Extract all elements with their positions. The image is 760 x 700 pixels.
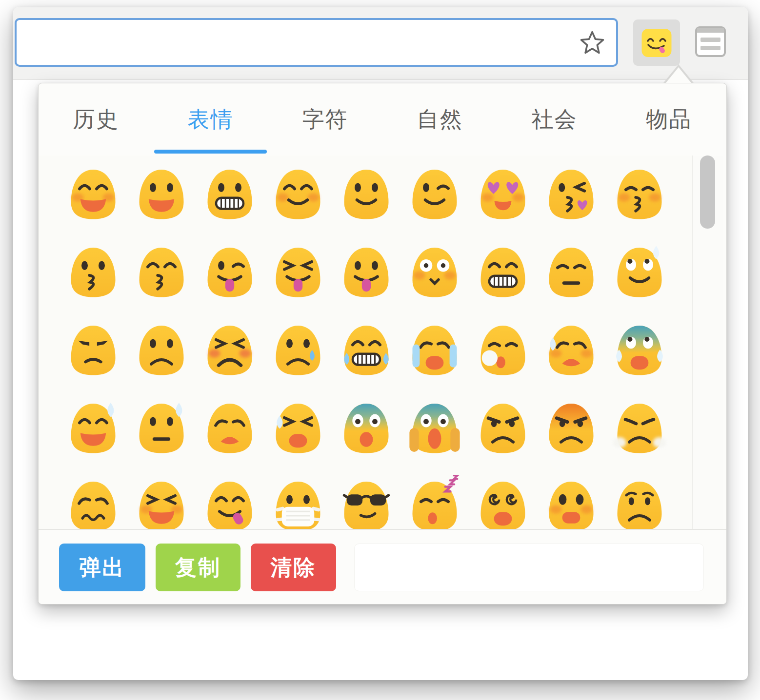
emoji-squinting-face-tongue[interactable] <box>264 237 332 315</box>
menu-icon-bar <box>697 28 724 33</box>
emoji-pouting-face[interactable] <box>537 393 605 471</box>
emoji-sleeping-face[interactable] <box>400 471 469 534</box>
emoji-grinning-face[interactable] <box>196 159 264 237</box>
emoji-kissing-face-smiling-eyes[interactable] <box>127 237 196 315</box>
emoji-output-field[interactable] <box>354 544 704 591</box>
emoji-downcast-face-sweat[interactable] <box>127 393 196 471</box>
emoji-flushed-face[interactable] <box>400 237 469 315</box>
emoji-screaming-face[interactable] <box>400 393 469 471</box>
emoji-smiling-face-sunglasses[interactable] <box>332 471 400 534</box>
emoji-heart-eyes-face[interactable] <box>469 159 537 237</box>
emoji-confounded-face[interactable] <box>59 471 127 534</box>
emoji-kissing-face[interactable] <box>59 237 127 315</box>
emoji-extension-icon <box>642 29 672 57</box>
emoji-beaming-face[interactable] <box>469 237 537 315</box>
tab-emoticons[interactable]: 表情 <box>153 83 268 156</box>
address-bar[interactable] <box>15 18 618 67</box>
emoji-winking-face[interactable] <box>400 159 469 237</box>
emoji-angry-face[interactable] <box>469 393 537 471</box>
emoji-face-tears-of-joy[interactable] <box>332 315 400 393</box>
emoji-loudly-crying-face[interactable] <box>400 315 469 393</box>
emoji-crying-face[interactable] <box>264 315 332 393</box>
emoji-winking-face-tongue[interactable] <box>196 237 264 315</box>
emoji-relieved-face[interactable] <box>605 237 674 315</box>
tab-society[interactable]: 社会 <box>497 83 612 156</box>
emoji-face-blowing-kiss[interactable] <box>537 159 605 237</box>
emoji-face-with-mask[interactable] <box>264 471 332 534</box>
popout-button[interactable]: 弹出 <box>59 544 145 591</box>
browser-toolbar <box>13 7 748 80</box>
emoji-worried-face[interactable] <box>605 471 674 534</box>
emoji-smiling-face-open-mouth[interactable] <box>127 159 196 237</box>
emoji-grinning-squinting-face[interactable] <box>127 471 196 534</box>
emoji-disappointed-relieved-face[interactable] <box>537 315 605 393</box>
emoji-weary-face[interactable] <box>196 393 264 471</box>
emoji-smiling-face-open-mouth-smiling-eyes[interactable] <box>59 159 127 237</box>
scrollbar-thumb[interactable] <box>700 156 715 229</box>
menu-icon-bar <box>700 38 720 42</box>
category-tabbar: 历史 表情 字符 自然 社会 物品 <box>39 83 726 156</box>
screenshot-root: 历史 表情 字符 自然 社会 物品 弹出 复制 清除 <box>0 0 760 700</box>
popup-arrow-fill <box>666 67 691 83</box>
emoji-grid <box>39 156 718 534</box>
copy-button[interactable]: 复制 <box>156 544 240 591</box>
tab-history[interactable]: 历史 <box>39 83 153 156</box>
emoji-sleepy-face[interactable] <box>469 315 537 393</box>
emoji-disappointed-face[interactable] <box>127 315 196 393</box>
tab-characters[interactable]: 字符 <box>268 83 382 156</box>
emoji-grinning-face-sweat[interactable] <box>59 393 127 471</box>
tab-nature[interactable]: 自然 <box>382 83 497 156</box>
emoji-anxious-face-sweat[interactable] <box>605 315 674 393</box>
emoji-tired-face[interactable] <box>264 393 332 471</box>
emoji-picker-popup: 历史 表情 字符 自然 社会 物品 弹出 复制 清除 <box>38 83 727 604</box>
tab-objects[interactable]: 物品 <box>612 83 726 156</box>
emoji-persevering-face[interactable] <box>196 315 264 393</box>
emoji-astonished-face[interactable] <box>537 471 605 534</box>
emoji-face-savoring-food[interactable] <box>196 471 264 534</box>
popup-footer: 弹出 复制 清除 <box>39 529 726 604</box>
emoji-kissing-face-closed-eyes[interactable] <box>605 159 674 237</box>
scrollbar-track[interactable] <box>692 156 723 531</box>
clear-button[interactable]: 清除 <box>251 544 336 591</box>
emoji-relaxed-face[interactable] <box>332 159 400 237</box>
emoji-pensive-face[interactable] <box>537 237 605 315</box>
bookmark-star-icon[interactable] <box>579 29 605 56</box>
emoji-face-with-steam[interactable] <box>605 393 674 471</box>
emoji-smiling-face-smiling-eyes[interactable] <box>264 159 332 237</box>
emoji-dizzy-face[interactable] <box>469 471 537 534</box>
emoji-face-with-tongue[interactable] <box>332 237 400 315</box>
browser-menu-icon[interactable] <box>695 26 726 57</box>
menu-icon-bar <box>700 46 720 50</box>
emoji-unamused-face[interactable] <box>59 315 127 393</box>
emoji-fearful-face[interactable] <box>332 393 400 471</box>
emoji-extension-button[interactable] <box>633 19 680 66</box>
